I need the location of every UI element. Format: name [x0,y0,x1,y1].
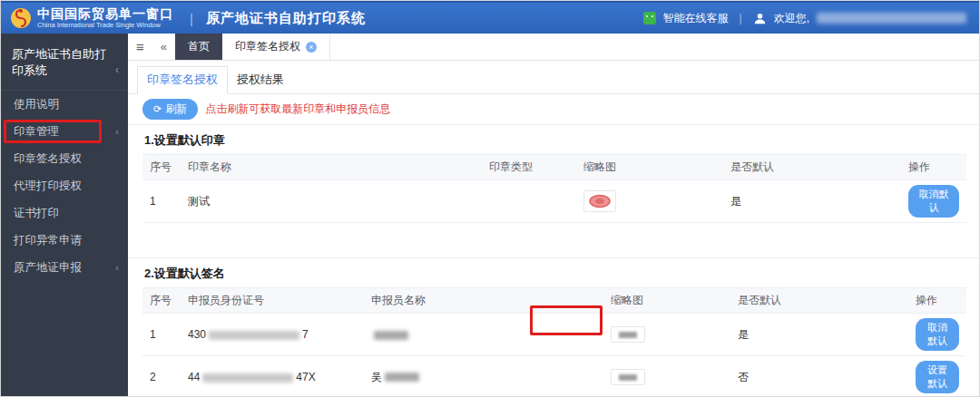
sidebar-menu: 使用说明印章管理‹印章签名授权代理打印授权证书打印打印异常申请原产地证申报‹ [1,91,128,281]
sidebar-item-原产地证申报[interactable]: 原产地证申报‹ [1,254,128,281]
sidebar-system-title[interactable]: 原产地证书自助打印系统 ‹ [1,34,128,91]
app-window: 中国国际贸易单一窗口 China International Trade Sin… [0,0,980,397]
section2-title: 2.设置默认签名 [128,258,980,287]
customer-service-icon [643,12,656,24]
sidebar-item-label: 使用说明 [14,97,59,112]
refresh-hint: 点击刷新可获取最新印章和申报员信息 [205,102,390,117]
refresh-button-label: 刷新 [165,102,187,117]
table-header-row: 序号印章名称印章类型缩略图是否默认操作 [142,155,966,180]
header-separator: | [740,12,742,24]
chevron-left-icon: ‹ [115,126,119,137]
section1-title: 1.设置默认印章 [128,125,980,154]
brand-subtitle: China International Trade Single Window [37,21,173,29]
table-row: 1测试是取消默认 [142,180,966,223]
cell-declarant-name: 吴 [364,356,603,397]
chevron-left-icon: ‹ [115,62,119,79]
sidebar-item-label: 印章管理 [14,124,59,140]
sidebar-title-label: 原产地证书自助打印系统 [12,46,115,79]
column-header: 序号 [142,288,181,314]
username-redacted [817,13,966,24]
cell-action: 取消默认 [901,180,966,223]
sidebar-item-打印异常申请[interactable]: 打印异常申请 [1,227,128,254]
app-title: 原产地证书自助打印系统 [206,10,366,27]
column-header: 操作 [901,155,966,180]
signature-mark [619,332,637,338]
redacted-id-segment [209,331,299,340]
chevron-left-icon: ‹ [115,262,119,273]
signature-thumbnail-image [611,326,645,343]
set-default-button[interactable]: 设置默认 [916,361,959,393]
signature-thumbnail-image [611,369,645,385]
brand-title: 中国国际贸易单一窗口 [37,7,173,21]
collapse-tabs-icon[interactable]: « [152,34,175,60]
content: 印章签名授权 授权结果 ⟳ 刷新 点击刷新可获取最新印章和申报员信息 1.设置默… [128,61,980,397]
user-icon [753,12,767,25]
sidebar-item-label: 打印异常申请 [14,233,82,248]
column-header: 是否默认 [730,288,908,314]
hamburger-icon[interactable]: ≡ [128,34,152,60]
signature-mark [619,374,637,381]
welcome-label: 欢迎您, [774,11,809,26]
sub-tabs: 印章签名授权 授权结果 [128,61,980,94]
cell-seal-name: 测试 [181,180,482,223]
tab-seal-signature-auth[interactable]: 印章签名授权 × [222,34,330,60]
table-row: 14307是取消默认 [142,314,966,356]
column-header: 申报员身份证号 [181,288,364,314]
tab-home[interactable]: 首页 [175,34,222,60]
sidebar-item-label: 印章签名授权 [14,151,82,167]
column-header: 申报员名称 [364,288,603,314]
main-area: ≡ « 首页 印章签名授权 × 印章签名授权 授权结果 ⟳ 刷新 点击刷新可获取… [128,34,980,397]
subtab-auth-result[interactable]: 授权结果 [228,67,293,93]
cell-action: 设置默认 [908,356,966,397]
refresh-button[interactable]: ⟳ 刷新 [142,99,198,120]
table-row: 24447X吴否设置默认 [142,356,966,397]
cancel-default-button[interactable]: 取消默认 [916,318,959,351]
cell-no: 1 [142,314,181,356]
cell-declarant-name [364,314,603,356]
column-header: 缩略图 [576,155,723,180]
cell-declarant-id: 4447X [181,356,364,397]
refresh-row: ⟳ 刷新 点击刷新可获取最新印章和申报员信息 [128,94,980,125]
column-header: 印章名称 [181,155,482,180]
brand-logo-icon [10,7,32,29]
cell-is-default: 是 [730,314,908,356]
sidebar: 原产地证书自助打印系统 ‹ 使用说明印章管理‹印章签名授权代理打印授权证书打印打… [1,34,128,397]
sidebar-item-代理打印授权[interactable]: 代理打印授权 [1,172,128,199]
cell-declarant-id: 4307 [181,314,364,356]
seal-table: 序号印章名称印章类型缩略图是否默认操作 1测试是取消默认 [142,154,966,223]
refresh-icon: ⟳ [153,103,162,115]
cell-thumbnail [603,356,730,397]
cell-seal-type [482,180,576,223]
cell-action: 取消默认 [908,314,966,356]
brand: 中国国际贸易单一窗口 China International Trade Sin… [1,7,173,29]
cell-thumbnail [603,314,730,356]
redacted-name-segment [385,373,419,382]
column-header: 是否默认 [723,155,901,180]
close-tab-icon[interactable]: × [306,42,317,53]
tab-strip: ≡ « 首页 印章签名授权 × [128,34,980,61]
cell-no: 2 [142,356,181,397]
header-right: 智能在线客服 | 欢迎您, [643,11,980,26]
cell-no: 1 [142,180,181,223]
cancel-default-button[interactable]: 取消默认 [908,185,959,218]
header-divider: | [190,11,193,26]
tab-home-label: 首页 [188,39,210,54]
sidebar-item-label: 原产地证申报 [14,260,82,276]
customer-service-link[interactable]: 智能在线客服 [663,11,729,26]
column-header: 序号 [142,155,181,180]
tab-active-label: 印章签名授权 [235,39,300,54]
redacted-id-segment [202,373,293,382]
column-header: 缩略图 [603,288,730,314]
sidebar-item-使用说明[interactable]: 使用说明 [1,91,128,118]
sidebar-item-印章签名授权[interactable]: 印章签名授权 [1,145,128,172]
sidebar-item-证书打印[interactable]: 证书打印 [1,199,128,227]
signature-table: 序号申报员身份证号申报员名称缩略图是否默认操作 14307是取消默认24447X… [142,287,966,397]
section-default-seal: 1.设置默认印章 序号印章名称印章类型缩略图是否默认操作 1测试是取消默认 [128,125,980,257]
cell-is-default: 是 [723,180,901,223]
subtab-seal-signature-auth[interactable]: 印章签名授权 [137,66,228,94]
sidebar-item-印章管理[interactable]: 印章管理‹ [1,118,128,145]
top-header: 中国国际贸易单一窗口 China International Trade Sin… [1,1,980,34]
cell-is-default: 否 [730,356,908,397]
column-header: 印章类型 [482,155,576,180]
seal-thumbnail-image [583,190,616,212]
